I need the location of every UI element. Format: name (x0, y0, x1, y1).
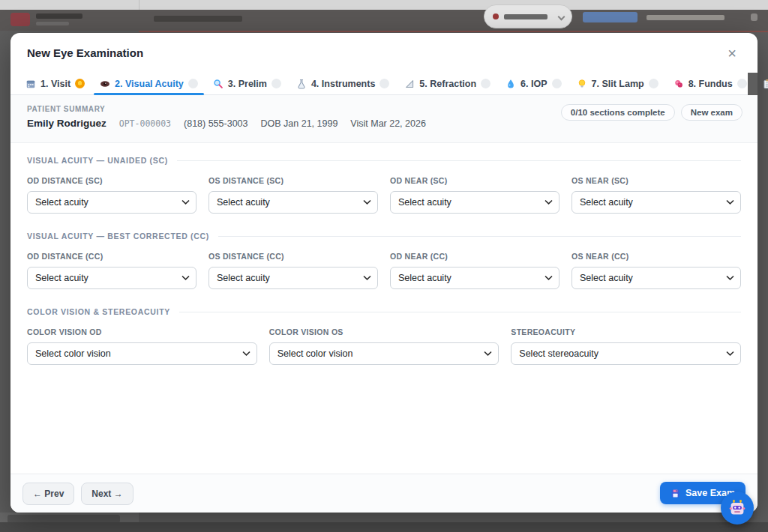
status-dot (493, 13, 499, 19)
field-os-near-sc: OS NEAR (SC) Select acuity (572, 176, 741, 214)
field-label: OD NEAR (CC) (390, 252, 560, 261)
od-distance-cc-select[interactable]: Select acuity (27, 267, 196, 289)
app-name-text (36, 13, 82, 19)
field-os-near-cc: OS NEAR (CC) Select acuity (572, 252, 741, 289)
tab-status-badge (380, 79, 389, 88)
chat-widget-button[interactable] (721, 492, 754, 525)
tab-status-badge (75, 79, 85, 88)
app-topstrip (0, 0, 768, 10)
od-near-sc-select[interactable]: Select acuity (390, 191, 560, 214)
field-color-vision-os: COLOR VISION OS Select color vision (269, 327, 500, 365)
field-stereoacuity: STEREOACUITY Select stereoacuity (511, 327, 741, 365)
field-os-distance-cc: OS DISTANCE (CC) Select acuity (208, 252, 378, 289)
tabstrip-overflow-shade (748, 73, 758, 96)
tab-status-badge (737, 79, 747, 88)
bulb-icon (577, 79, 587, 89)
app-location-dropdown (484, 4, 572, 28)
tab-slit-lamp[interactable]: 7. Slit Lamp (569, 73, 666, 94)
color-vision-os-select[interactable]: Select color vision (269, 342, 500, 365)
clipboard-icon (762, 79, 768, 89)
page-title: New Eye Examination (27, 46, 143, 59)
close-icon[interactable]: × (723, 44, 741, 62)
calendar-icon (26, 79, 36, 89)
tab-status-badge (188, 79, 198, 88)
flask-icon (296, 79, 307, 89)
section-header-unaided: VISUAL ACUITY — UNAIDED (SC) (27, 156, 741, 165)
patient-dob: DOB Jan 21, 1999 (261, 118, 338, 129)
patient-id: OPT-000003 (119, 118, 171, 129)
tab-label: 4. Instruments (311, 79, 375, 89)
field-od-near-cc: OD NEAR (CC) Select acuity (390, 252, 560, 289)
stereoacuity-select[interactable]: Select stereoacuity (511, 342, 741, 365)
section-header-color-stereo: COLOR VISION & STEREOACUITY (27, 307, 741, 316)
tab-label: 7. Slit Lamp (592, 79, 644, 89)
section-divider (218, 236, 741, 237)
tab-visual-acuity[interactable]: 2. Visual Acuity (92, 73, 206, 94)
field-os-distance-sc: OS DISTANCE (SC) Select acuity (208, 176, 378, 214)
tab-status-badge (552, 79, 562, 88)
app-date-text (154, 16, 242, 22)
od-near-cc-select[interactable]: Select acuity (390, 267, 560, 289)
tab-status-badge (272, 79, 281, 88)
tab-fundus[interactable]: 8. Fundus (666, 73, 754, 94)
section-title: COLOR VISION & STEREOACUITY (27, 307, 170, 316)
tab-label: 6. IOP (520, 79, 547, 89)
tab-label: 2. Visual Acuity (115, 79, 184, 89)
color-vision-od-select[interactable]: Select color vision (27, 342, 257, 365)
bell-icon (751, 13, 758, 21)
tab-label: 3. Prelim (228, 79, 267, 89)
app-logo (10, 13, 30, 26)
tab-visit[interactable]: 1. Visit (18, 73, 92, 94)
field-label: COLOR VISION OS (269, 327, 500, 336)
tab-iop[interactable]: 6. IOP (498, 73, 568, 94)
prev-button[interactable]: ← Prev (22, 483, 74, 505)
tab-status-badge (649, 79, 658, 88)
patient-phone: (818) 555-3003 (184, 118, 248, 129)
exam-form-content: VISUAL ACUITY — UNAIDED (SC) OD DISTANCE… (10, 143, 758, 474)
next-button[interactable]: Next → (81, 483, 133, 505)
berry-icon (674, 79, 684, 89)
field-od-distance-sc: OD DISTANCE (SC) Select acuity (27, 176, 196, 214)
field-od-near-sc: OD NEAR (SC) Select acuity (390, 176, 560, 214)
tab-instruments[interactable]: 4. Instruments (289, 73, 397, 94)
od-distance-sc-select[interactable]: Select acuity (27, 191, 196, 214)
tab-label: 5. Refraction (419, 79, 476, 89)
patient-summary: PATIENT SUMMARY Emily Rodriguez OPT-0000… (10, 95, 758, 143)
modal-footer: ← Prev Next → Save Exam (10, 474, 758, 513)
os-distance-cc-select[interactable]: Select acuity (208, 267, 378, 289)
section-divider (177, 160, 741, 161)
field-label: OS DISTANCE (CC) (208, 252, 378, 261)
os-distance-sc-select[interactable]: Select acuity (208, 191, 378, 214)
new-exam-button[interactable]: New exam (681, 104, 742, 121)
tab-label: 8. Fundus (688, 79, 733, 89)
progress-badge: 0/10 sections complete (561, 104, 675, 121)
exam-step-tabs: 1. Visit 2. Visual Acuity 3. Prelim 4. I… (10, 73, 758, 95)
app-table-row (0, 522, 768, 532)
tab-status-badge (481, 79, 490, 88)
app-subtitle-text (36, 22, 69, 25)
os-near-cc-select[interactable]: Select acuity (572, 267, 741, 289)
field-label: COLOR VISION OD (27, 327, 257, 336)
field-label: OS NEAR (CC) (572, 252, 741, 261)
tab-refraction[interactable]: 5. Refraction (397, 73, 498, 94)
new-eye-examination-modal: New Eye Examination × 1. Visit 2. Visual… (10, 33, 758, 513)
robot-icon (728, 499, 746, 517)
set-square-icon (404, 79, 415, 89)
chevron-down-icon (558, 13, 566, 21)
field-label: OD DISTANCE (SC) (27, 176, 196, 185)
app-divider (139, 31, 768, 32)
tab-prelim[interactable]: 3. Prelim (206, 73, 289, 94)
droplet-icon (506, 79, 516, 89)
field-label: OD DISTANCE (CC) (27, 252, 196, 261)
modal-header: New Eye Examination × (10, 33, 758, 73)
section-title: VISUAL ACUITY — BEST CORRECTED (CC) (27, 232, 209, 241)
field-color-vision-od: COLOR VISION OD Select color vision (27, 327, 257, 365)
os-near-sc-select[interactable]: Select acuity (572, 191, 741, 214)
section-divider (179, 312, 741, 312)
section-title: VISUAL ACUITY — UNAIDED (SC) (27, 156, 168, 165)
app-topbar (0, 10, 768, 31)
eye-icon (100, 79, 110, 89)
magnifier-icon (213, 79, 224, 89)
patient-visit-date: Visit Mar 22, 2026 (350, 118, 426, 129)
app-user-email-text (646, 15, 724, 20)
